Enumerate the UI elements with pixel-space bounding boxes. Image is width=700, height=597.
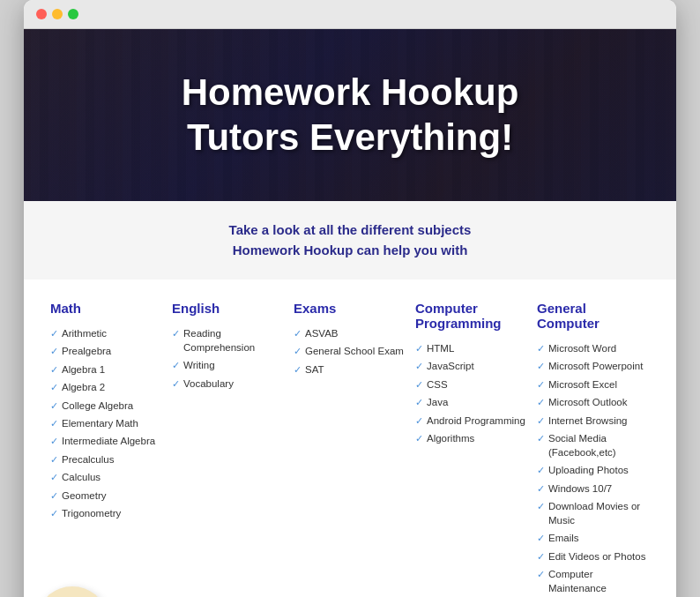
hero-section: Homework Hookup Tutors Everything! (24, 29, 676, 201)
list-item: ✓Microsoft Powerpoint (537, 359, 650, 373)
programming-header: Computer Programming (415, 301, 528, 331)
list-item: ✓Emails (537, 531, 650, 545)
list-item: ✓Android Programming (415, 414, 528, 428)
list-item: ✓Microsoft Excel (537, 377, 650, 392)
hero-line1: Homework Hookup (41, 71, 659, 115)
check-icon: ✓ (50, 381, 58, 394)
subtitle-line2: Homework Hookup can help you with (41, 241, 659, 261)
check-icon: ✓ (294, 327, 302, 340)
list-item: ✓College Algebra (50, 399, 163, 413)
list-item: ✓Writing (172, 358, 285, 372)
list-item: ✓Intermediate Algebra (50, 434, 163, 448)
programming-column: Computer Programming ✓HTML ✓JavaScript ✓… (415, 301, 528, 597)
check-icon: ✓ (537, 342, 545, 355)
exams-header: Exams (294, 301, 406, 316)
check-icon: ✓ (537, 396, 545, 409)
list-item: ✓Internet Browsing (537, 414, 650, 428)
subtitle-section: Take a look at all the different subject… (24, 201, 676, 280)
programming-list: ✓HTML ✓JavaScript ✓CSS ✓Java ✓Android Pr… (415, 341, 528, 445)
list-item: ✓Reading Comprehension (172, 326, 285, 354)
check-icon: ✓ (50, 471, 58, 484)
subtitle-text: Take a look at all the different subject… (41, 220, 659, 260)
check-icon: ✓ (50, 417, 58, 430)
list-item: ✓Edit Videos or Photos (537, 549, 650, 563)
english-list: ✓Reading Comprehension ✓Writing ✓Vocabul… (172, 326, 285, 391)
list-item: ✓Precalculus (50, 452, 163, 466)
list-item: ✓ASVAB (294, 326, 406, 340)
check-icon: ✓ (50, 345, 58, 358)
list-item: ✓Microsoft Word (537, 341, 650, 355)
list-item: ✓Social Media (Facebook,etc) (537, 431, 650, 459)
list-item: ✓Geometry (50, 489, 163, 503)
list-item: ✓Uploading Photos (537, 463, 650, 477)
exams-list: ✓ASVAB ✓General School Exam ✓SAT (294, 326, 406, 377)
list-item: ✓CSS (415, 377, 528, 392)
list-item: ✓Algorithms (415, 431, 528, 445)
list-item: ✓Vocabulary (172, 377, 285, 391)
math-list: ✓Arithmetic ✓Prealgebra ✓Algebra 1 ✓Alge… (50, 326, 163, 520)
list-item: ✓HTML (415, 341, 528, 355)
check-icon: ✓ (537, 464, 545, 477)
check-icon: ✓ (294, 345, 302, 358)
check-icon: ✓ (537, 550, 545, 563)
check-icon: ✓ (537, 432, 545, 445)
list-item: ✓Download Movies or Music (537, 499, 650, 527)
english-column: English ✓Reading Comprehension ✓Writing … (172, 301, 285, 597)
exams-column: Exams ✓ASVAB ✓General School Exam ✓SAT (294, 301, 406, 597)
check-icon: ✓ (50, 327, 58, 340)
check-icon: ✓ (172, 327, 180, 340)
list-item: ✓SAT (294, 362, 406, 377)
hero-line2: Tutors Everything! (41, 116, 659, 160)
list-item: ✓Windows 10/7 (537, 481, 650, 496)
check-icon: ✓ (50, 399, 58, 413)
check-icon: ✓ (172, 377, 180, 391)
subtitle-line1: Take a look at all the different subject… (41, 220, 659, 241)
check-icon: ✓ (415, 396, 423, 409)
list-item: ✓Algebra 1 (50, 362, 163, 377)
check-icon: ✓ (415, 414, 423, 428)
check-icon: ✓ (172, 359, 180, 372)
math-column: Math ✓Arithmetic ✓Prealgebra ✓Algebra 1 … (50, 301, 163, 597)
columns-grid: Math ✓Arithmetic ✓Prealgebra ✓Algebra 1 … (50, 301, 650, 597)
browser-chrome (24, 0, 676, 29)
check-icon: ✓ (537, 482, 545, 496)
list-item: ✓Computer Maintenance (537, 567, 650, 595)
list-item: ✓Trigonometry (50, 506, 163, 520)
list-item: ✓Calculus (50, 470, 163, 484)
check-icon: ✓ (415, 432, 423, 445)
list-item: ✓Prealgebra (50, 344, 163, 358)
english-header: English (172, 301, 285, 316)
list-item: ✓JavaScript (415, 359, 528, 373)
list-item: ✓Java (415, 395, 528, 409)
check-icon: ✓ (294, 363, 302, 377)
check-icon: ✓ (415, 342, 423, 355)
dot-yellow[interactable] (52, 9, 63, 19)
check-icon: ✓ (50, 453, 58, 466)
dot-red[interactable] (36, 9, 47, 19)
list-item: ✓General School Exam (294, 344, 406, 358)
list-item: ✓Elementary Math (50, 416, 163, 430)
hero-title: Homework Hookup Tutors Everything! (41, 71, 659, 160)
general-computer-list: ✓Microsoft Word ✓Microsoft Powerpoint ✓M… (537, 341, 650, 597)
check-icon: ✓ (50, 489, 58, 503)
list-item: ✓Algebra 2 (50, 380, 163, 394)
check-icon: ✓ (537, 414, 545, 428)
check-icon: ✓ (415, 378, 423, 392)
dot-green[interactable] (68, 9, 78, 19)
check-icon: ✓ (50, 507, 58, 520)
check-icon: ✓ (537, 360, 545, 373)
check-icon: ✓ (537, 378, 545, 392)
general-computer-column: General Computer ✓Microsoft Word ✓Micros… (537, 301, 650, 597)
check-icon: ✓ (537, 500, 545, 513)
check-icon: ✓ (50, 435, 58, 448)
check-icon: ✓ (537, 568, 545, 581)
check-icon: ✓ (537, 532, 545, 545)
browser-window: Homework Hookup Tutors Everything! Take … (24, 0, 676, 597)
check-icon: ✓ (50, 363, 58, 377)
list-item: ✓Arithmetic (50, 326, 163, 340)
math-header: Math (50, 301, 163, 316)
check-icon: ✓ (415, 360, 423, 373)
general-computer-header: General Computer (537, 301, 650, 331)
content-section: Math ✓Arithmetic ✓Prealgebra ✓Algebra 1 … (24, 280, 676, 597)
list-item: ✓Microsoft Outlook (537, 395, 650, 409)
